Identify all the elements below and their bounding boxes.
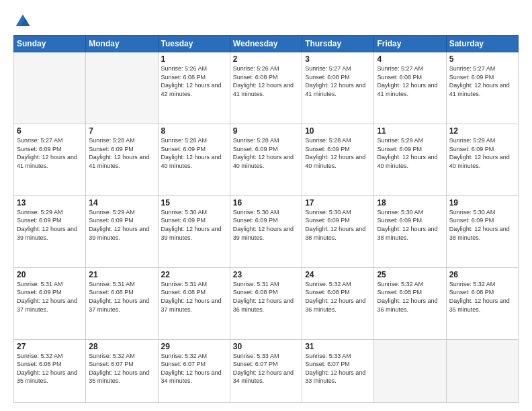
calendar-cell: 24Sunrise: 5:32 AM Sunset: 6:08 PM Dayli… [302,267,374,339]
day-number: 31 [305,342,371,351]
calendar-cell: 3Sunrise: 5:27 AM Sunset: 6:08 PM Daylig… [302,52,374,124]
day-info: Sunrise: 5:28 AM Sunset: 6:09 PM Dayligh… [89,136,154,170]
calendar-cell: 18Sunrise: 5:30 AM Sunset: 6:09 PM Dayli… [374,195,446,267]
day-info: Sunrise: 5:32 AM Sunset: 6:08 PM Dayligh… [377,280,443,314]
day-info: Sunrise: 5:30 AM Sunset: 6:09 PM Dayligh… [305,208,371,242]
calendar-cell: 25Sunrise: 5:32 AM Sunset: 6:08 PM Dayli… [374,267,446,339]
calendar-cell: 21Sunrise: 5:31 AM Sunset: 6:08 PM Dayli… [86,267,158,339]
calendar-cell: 13Sunrise: 5:29 AM Sunset: 6:09 PM Dayli… [14,195,86,267]
calendar-cell: 4Sunrise: 5:27 AM Sunset: 6:08 PM Daylig… [374,52,446,124]
day-info: Sunrise: 5:32 AM Sunset: 6:08 PM Dayligh… [17,352,83,385]
calendar-cell: 19Sunrise: 5:30 AM Sunset: 6:09 PM Dayli… [446,195,518,267]
weekday-header-friday: Friday [374,36,446,52]
day-number: 8 [161,126,227,136]
weekday-header-wednesday: Wednesday [230,36,302,52]
calendar-cell [374,339,446,402]
day-info: Sunrise: 5:31 AM Sunset: 6:09 PM Dayligh… [17,280,83,314]
day-number: 9 [233,126,299,136]
day-number: 18 [377,198,443,208]
week-row-1: 1Sunrise: 5:26 AM Sunset: 6:08 PM Daylig… [14,52,519,124]
day-number: 25 [377,270,443,279]
day-info: Sunrise: 5:32 AM Sunset: 6:08 PM Dayligh… [449,280,515,314]
day-info: Sunrise: 5:33 AM Sunset: 6:07 PM Dayligh… [233,352,299,385]
day-number: 20 [17,270,83,279]
calendar-cell: 30Sunrise: 5:33 AM Sunset: 6:07 PM Dayli… [230,339,302,402]
day-info: Sunrise: 5:29 AM Sunset: 6:09 PM Dayligh… [377,136,443,170]
day-number: 19 [449,198,515,208]
day-number: 2 [233,54,299,64]
day-info: Sunrise: 5:27 AM Sunset: 6:08 PM Dayligh… [377,64,443,98]
logo-icon [13,12,32,31]
day-number: 15 [161,198,227,208]
day-number: 22 [161,270,227,279]
day-info: Sunrise: 5:29 AM Sunset: 6:09 PM Dayligh… [89,208,154,242]
weekday-header-row: SundayMondayTuesdayWednesdayThursdayFrid… [14,36,519,52]
day-info: Sunrise: 5:32 AM Sunset: 6:07 PM Dayligh… [89,352,154,385]
day-info: Sunrise: 5:26 AM Sunset: 6:08 PM Dayligh… [233,64,299,98]
day-info: Sunrise: 5:28 AM Sunset: 6:09 PM Dayligh… [161,136,227,170]
weekday-header-tuesday: Tuesday [158,36,230,52]
day-number: 4 [377,54,443,64]
day-info: Sunrise: 5:26 AM Sunset: 6:08 PM Dayligh… [161,64,227,98]
calendar-cell: 28Sunrise: 5:32 AM Sunset: 6:07 PM Dayli… [86,339,158,402]
day-number: 5 [449,54,515,64]
calendar-cell: 27Sunrise: 5:32 AM Sunset: 6:08 PM Dayli… [14,339,86,402]
day-number: 3 [305,54,371,64]
day-info: Sunrise: 5:30 AM Sunset: 6:09 PM Dayligh… [449,208,515,242]
calendar-cell: 29Sunrise: 5:32 AM Sunset: 6:07 PM Dayli… [158,339,230,402]
day-info: Sunrise: 5:31 AM Sunset: 6:08 PM Dayligh… [89,280,154,314]
day-number: 13 [17,198,83,208]
calendar-cell: 11Sunrise: 5:29 AM Sunset: 6:09 PM Dayli… [374,124,446,195]
calendar-cell: 7Sunrise: 5:28 AM Sunset: 6:09 PM Daylig… [86,124,158,195]
day-info: Sunrise: 5:30 AM Sunset: 6:09 PM Dayligh… [377,208,443,242]
day-info: Sunrise: 5:27 AM Sunset: 6:09 PM Dayligh… [449,64,515,98]
calendar-cell: 31Sunrise: 5:33 AM Sunset: 6:07 PM Dayli… [302,339,374,402]
calendar-cell: 9Sunrise: 5:28 AM Sunset: 6:09 PM Daylig… [230,124,302,195]
calendar-cell: 26Sunrise: 5:32 AM Sunset: 6:08 PM Dayli… [446,267,518,339]
calendar-cell: 14Sunrise: 5:29 AM Sunset: 6:09 PM Dayli… [86,195,158,267]
calendar-cell: 6Sunrise: 5:27 AM Sunset: 6:09 PM Daylig… [14,124,86,195]
day-number: 6 [17,126,83,136]
day-number: 1 [161,54,227,64]
calendar-cell: 10Sunrise: 5:28 AM Sunset: 6:09 PM Dayli… [302,124,374,195]
calendar-cell: 8Sunrise: 5:28 AM Sunset: 6:09 PM Daylig… [158,124,230,195]
day-number: 21 [89,270,154,279]
day-number: 23 [233,270,299,279]
calendar-cell: 12Sunrise: 5:29 AM Sunset: 6:09 PM Dayli… [446,124,518,195]
day-info: Sunrise: 5:32 AM Sunset: 6:08 PM Dayligh… [305,280,371,314]
day-info: Sunrise: 5:29 AM Sunset: 6:09 PM Dayligh… [17,208,83,242]
day-info: Sunrise: 5:28 AM Sunset: 6:09 PM Dayligh… [233,136,299,170]
day-number: 29 [161,342,227,351]
day-number: 27 [17,342,83,351]
calendar-cell: 2Sunrise: 5:26 AM Sunset: 6:08 PM Daylig… [230,52,302,124]
day-info: Sunrise: 5:31 AM Sunset: 6:08 PM Dayligh… [233,280,299,314]
header [13,12,519,31]
weekday-header-sunday: Sunday [14,36,86,52]
page: SundayMondayTuesdayWednesdayThursdayFrid… [0,0,532,411]
calendar-cell: 20Sunrise: 5:31 AM Sunset: 6:09 PM Dayli… [14,267,86,339]
week-row-2: 6Sunrise: 5:27 AM Sunset: 6:09 PM Daylig… [14,124,519,195]
day-number: 7 [89,126,154,136]
day-number: 17 [305,198,371,208]
calendar-cell: 22Sunrise: 5:31 AM Sunset: 6:08 PM Dayli… [158,267,230,339]
day-number: 24 [305,270,371,279]
day-info: Sunrise: 5:29 AM Sunset: 6:09 PM Dayligh… [449,136,515,170]
logo [13,12,35,31]
day-info: Sunrise: 5:27 AM Sunset: 6:09 PM Dayligh… [17,136,83,170]
weekday-header-saturday: Saturday [446,36,518,52]
weekday-header-monday: Monday [86,36,158,52]
day-number: 28 [89,342,154,351]
calendar-cell: 17Sunrise: 5:30 AM Sunset: 6:09 PM Dayli… [302,195,374,267]
weekday-header-thursday: Thursday [302,36,374,52]
day-info: Sunrise: 5:28 AM Sunset: 6:09 PM Dayligh… [305,136,371,170]
day-number: 16 [233,198,299,208]
week-row-3: 13Sunrise: 5:29 AM Sunset: 6:09 PM Dayli… [14,195,519,267]
day-number: 30 [233,342,299,351]
day-info: Sunrise: 5:33 AM Sunset: 6:07 PM Dayligh… [305,352,371,385]
week-row-4: 20Sunrise: 5:31 AM Sunset: 6:09 PM Dayli… [14,267,519,339]
calendar-cell: 1Sunrise: 5:26 AM Sunset: 6:08 PM Daylig… [158,52,230,124]
calendar-header: SundayMondayTuesdayWednesdayThursdayFrid… [14,36,519,52]
week-row-5: 27Sunrise: 5:32 AM Sunset: 6:08 PM Dayli… [14,339,519,402]
calendar-cell: 23Sunrise: 5:31 AM Sunset: 6:08 PM Dayli… [230,267,302,339]
day-info: Sunrise: 5:31 AM Sunset: 6:08 PM Dayligh… [161,280,227,314]
